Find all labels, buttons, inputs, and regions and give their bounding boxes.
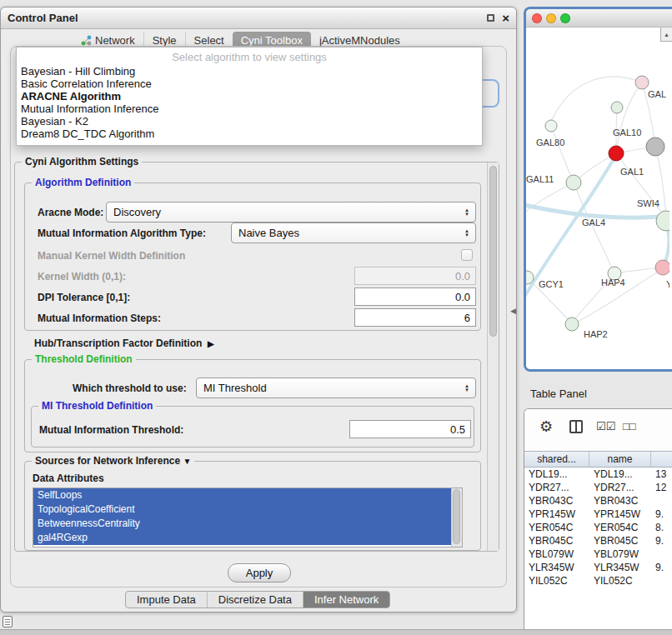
popup-item[interactable]: Bayesian - K2 — [17, 115, 482, 128]
node[interactable] — [611, 102, 623, 113]
table-row[interactable]: YPR145WYPR145W9. — [524, 508, 672, 521]
table-row[interactable]: YIL052CYIL052C — [524, 574, 672, 588]
mi-algorithm-type-label: Mutual Information Algorithm Type: — [38, 228, 206, 239]
node[interactable] — [656, 211, 669, 231]
panel-collapse-handle[interactable]: ◀ — [510, 307, 516, 315]
desktop: Control Panel × Network Style Select Cyn… — [0, 0, 672, 635]
mi-threshold-field[interactable]: 0.5 — [349, 420, 471, 438]
network-graph: GAL GAL80 GAL10 GAL11 GAL1 SWI4 GAL4 GCY… — [526, 28, 669, 369]
mi-threshold-label: Mutual Information Threshold: — [39, 424, 183, 436]
combo-arrows-icon: ▲▼ — [464, 208, 469, 217]
apply-button[interactable]: Apply — [228, 563, 291, 582]
zoom-traffic-light-icon[interactable] — [560, 13, 570, 23]
node[interactable] — [545, 120, 557, 132]
table-row[interactable]: YER054CYER054C8. — [524, 521, 672, 534]
table-panel-window: ⚙ ☑☑ □□ shared... name YDL19...YDL19...1… — [524, 408, 672, 635]
group-title: Threshold Definition — [32, 353, 136, 365]
attribute-list-scrollbar-thumb[interactable] — [453, 489, 460, 544]
tab-discretize-data[interactable]: Discretize Data — [207, 592, 303, 608]
algorithm-select-popup: Select algorithm to view settings Bayesi… — [16, 47, 483, 146]
tab-impute-data[interactable]: Impute Data — [126, 592, 207, 608]
combo-arrows-icon: ▲▼ — [464, 384, 469, 392]
table-row[interactable]: YDR27...YDR27...12 — [524, 481, 672, 494]
table-panel-title: Table Panel — [530, 388, 587, 400]
table-row[interactable]: YBR045CYBR045C9. — [524, 534, 672, 548]
network-tab-icon — [81, 35, 92, 46]
node-pink[interactable] — [655, 260, 669, 275]
close-icon[interactable]: × — [502, 13, 509, 23]
popup-item[interactable]: Basic Correlation Inference — [17, 78, 482, 90]
close-traffic-light-icon[interactable] — [532, 13, 542, 23]
expand-down-icon: ▼ — [183, 457, 191, 466]
node-label: SWI4 — [637, 198, 659, 208]
node[interactable] — [566, 175, 581, 190]
attribute-list-item[interactable]: SelfLoops — [33, 488, 453, 502]
manual-kernel-width-checkbox[interactable] — [461, 249, 473, 261]
control-panel-titlebar[interactable]: Control Panel × — [1, 8, 516, 29]
node[interactable] — [565, 318, 579, 331]
table-row[interactable]: YLR345WYLR345W9. — [524, 561, 672, 574]
group-title: MI Threshold Definition — [38, 400, 156, 412]
attribute-list-item[interactable]: TopologicalCoefficient — [33, 502, 453, 517]
node-label: GAL10 — [613, 128, 641, 138]
float-window-icon[interactable] — [487, 14, 494, 22]
minimized-panel-icon[interactable] — [3, 616, 13, 628]
tab-infer-network[interactable]: Infer Network — [303, 592, 389, 608]
mi-steps-label: Mutual Information Steps: — [38, 312, 161, 324]
node-label: HAP4 — [601, 278, 625, 288]
popup-item[interactable]: Dream8 DC_TDC Algorithm — [17, 128, 482, 140]
columns-icon[interactable] — [569, 420, 583, 433]
popup-placeholder: Select algorithm to view settings — [17, 48, 482, 65]
window-title: Control Panel — [8, 12, 78, 24]
manual-kernel-width-label: Manual Kernel Width Definition — [38, 250, 185, 262]
settings-scrollbar[interactable] — [487, 162, 499, 551]
popup-item-selected[interactable]: ARACNE Algorithm — [17, 90, 482, 102]
node-red[interactable] — [609, 146, 624, 161]
table-row[interactable]: YBR043CYBR043C — [524, 494, 672, 508]
column-header-shared-name[interactable]: shared... — [524, 452, 589, 467]
scroll-up-icon[interactable]: ▲ — [660, 28, 672, 42]
group-title: Algorithm Definition — [32, 177, 134, 188]
table-header: shared... name — [524, 451, 672, 468]
which-threshold-label: Which threshold to use: — [73, 382, 187, 394]
dpi-tolerance-label: DPI Tolerance [0,1]: — [38, 292, 130, 303]
column-header-partial[interactable] — [651, 452, 672, 467]
popup-item[interactable]: Bayesian - Hill Climbing — [17, 65, 482, 78]
gear-icon[interactable]: ⚙ — [539, 418, 553, 436]
attribute-list-item[interactable]: BetweennessCentrality — [33, 517, 453, 531]
which-threshold-combo[interactable]: MI Threshold ▲▼ — [196, 378, 476, 398]
table-toolbar: ⚙ ☑☑ □□ — [524, 409, 672, 449]
aracne-mode-label: Aracne Mode: — [38, 207, 103, 218]
table-row[interactable]: YBL079WYBL079W — [524, 548, 672, 561]
network-canvas[interactable]: GAL GAL80 GAL10 GAL11 GAL1 SWI4 GAL4 GCY… — [526, 28, 672, 369]
select-all-checkboxes-icon[interactable]: ☑☑ — [596, 420, 615, 432]
node[interactable] — [646, 138, 664, 156]
hub-section-toggle[interactable]: Hub/Transcription Factor Definition ▶ — [34, 338, 214, 349]
popup-item[interactable]: Mutual Information Inference — [17, 102, 482, 115]
network-window-titlebar[interactable] — [526, 9, 672, 28]
dpi-tolerance-field[interactable]: 0.0 — [354, 288, 476, 306]
attribute-list[interactable]: SelfLoops TopologicalCoefficient Between… — [33, 488, 463, 548]
kernel-width-field: 0.0 — [354, 267, 476, 285]
node-label: HAP2 — [584, 329, 608, 339]
cyni-mode-tabs: Impute Data Discretize Data Infer Networ… — [125, 591, 390, 608]
sources-toggle[interactable]: Sources for Network Inference ▼ — [32, 455, 194, 467]
attribute-list-scrollbar[interactable] — [451, 488, 462, 547]
node-label: GAL80 — [536, 138, 564, 148]
node-label: GCY1 — [539, 279, 564, 289]
bottom-status-strip — [0, 629, 672, 635]
kernel-width-label: Kernel Width (0,1): — [38, 271, 126, 282]
node-label: GAL4 — [582, 218, 605, 228]
node[interactable] — [635, 76, 649, 89]
data-attributes-label: Data Attributes — [33, 472, 104, 484]
column-header-name[interactable]: name — [589, 452, 651, 467]
table-row[interactable]: YDL19...YDL19...13 — [524, 468, 672, 481]
settings-scrollbar-thumb[interactable] — [489, 166, 497, 337]
deselect-all-checkboxes-icon[interactable]: □□ — [623, 420, 636, 432]
attribute-list-item[interactable]: gal4RGexp — [33, 531, 453, 545]
mi-steps-field[interactable]: 6 — [354, 308, 476, 327]
minimize-traffic-light-icon[interactable] — [546, 13, 556, 23]
mi-algorithm-type-combo[interactable]: Naive Bayes ▲▼ — [231, 222, 476, 243]
aracne-mode-combo[interactable]: Discovery ▲▼ — [106, 202, 476, 222]
control-panel-window: Control Panel × Network Style Select Cyn… — [0, 7, 517, 612]
